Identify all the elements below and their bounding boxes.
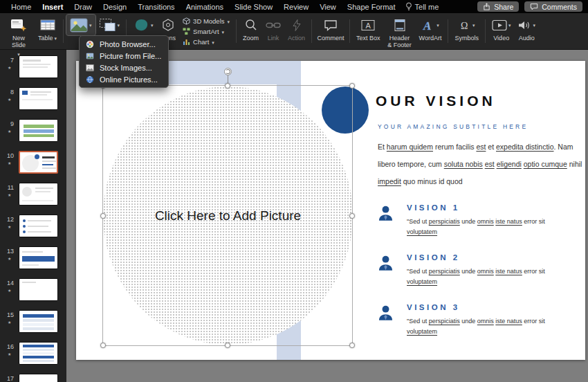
table-button[interactable]: Table: [35, 15, 60, 44]
menu-bar: Home Insert Draw Design Transitions Anim…: [0, 0, 588, 13]
header-footer-button[interactable]: Header & Footer: [384, 15, 416, 51]
new-slide-icon: [10, 18, 27, 33]
picture-file-icon: [86, 52, 94, 60]
ribbon-group-symbols: Ω Symbols: [451, 15, 482, 48]
selection-handle[interactable]: [349, 343, 355, 348]
slide-thumbnail[interactable]: [19, 119, 58, 142]
selection-handle[interactable]: [349, 83, 355, 89]
3d-models-icon: [183, 17, 190, 25]
tab-slide-show[interactable]: Slide Show: [229, 1, 278, 12]
table-label: Table: [38, 35, 53, 42]
illustrations-stack: 3D Models SmartArt Chart: [179, 15, 233, 48]
animation-star-icon: [8, 192, 11, 197]
video-button[interactable]: Video: [488, 15, 515, 44]
chevron-down-icon: [508, 21, 511, 28]
vision-heading: VISION 3: [407, 303, 564, 311]
icons-icon: [161, 18, 175, 32]
slide-title[interactable]: OUR VISION: [376, 93, 496, 109]
animation-star-icon: [8, 288, 11, 293]
3d-models-button[interactable]: 3D Models: [181, 16, 232, 26]
selection-handle[interactable]: [100, 213, 106, 219]
svg-text:A: A: [423, 19, 431, 32]
vision-heading: VISION 2: [407, 253, 564, 262]
thumbnail-row: 11: [0, 179, 66, 211]
slide-thumbnail[interactable]: [19, 87, 58, 110]
slide-thumbnail[interactable]: [19, 151, 58, 174]
tab-insert[interactable]: Insert: [37, 1, 68, 12]
photo-browser-icon: [86, 40, 94, 48]
menu-item-photo-browser[interactable]: Photo Browser...: [80, 38, 168, 50]
text-box-button[interactable]: A Text Box: [353, 15, 384, 44]
menu-item-stock-images[interactable]: Stock Images...: [80, 62, 168, 73]
audio-icon: [517, 19, 531, 31]
slide-body-text[interactable]: Et harum quidem rerum facilis est et exp…: [378, 138, 585, 190]
thumbnail-row: 12: [0, 211, 66, 243]
tab-home[interactable]: Home: [6, 1, 37, 12]
ribbon-group-links: Zoom Link Action: [239, 15, 309, 48]
action-button[interactable]: Action: [284, 15, 309, 44]
tab-draw[interactable]: Draw: [68, 1, 98, 12]
pictures-button[interactable]: [66, 15, 95, 35]
text-box-icon: A: [361, 19, 375, 31]
vision-item[interactable]: VISION 2 "Sed ut perspiciatis unde omnis…: [376, 253, 584, 286]
slide-thumbnail[interactable]: [19, 183, 58, 206]
selection-handle[interactable]: [349, 213, 355, 219]
symbols-button[interactable]: Ω Symbols: [451, 15, 482, 44]
comment-button[interactable]: Comment: [315, 15, 347, 44]
animation-star-icon: [8, 129, 11, 134]
slide-thumbnail[interactable]: [19, 310, 58, 333]
table-icon: [40, 19, 55, 32]
tab-shape-format[interactable]: Shape Format: [342, 1, 401, 12]
ribbon-divider: [63, 19, 64, 43]
menu-item-picture-from-file[interactable]: Picture from File...: [80, 50, 168, 62]
chart-button[interactable]: Chart: [181, 37, 232, 46]
tab-view[interactable]: View: [314, 1, 342, 12]
slide-thumbnail[interactable]: [19, 342, 58, 365]
zoom-button[interactable]: Zoom: [239, 15, 262, 44]
audio-button[interactable]: Audio: [514, 15, 539, 44]
comments-button[interactable]: Comments: [524, 1, 582, 12]
slide-canvas-area: Click Here to Add Picture OUR VISION YOU…: [66, 50, 588, 382]
header-footer-label: Header & Footer: [387, 35, 412, 49]
chevron-down-icon: [228, 17, 230, 25]
tab-design[interactable]: Design: [98, 1, 132, 12]
selection-handle[interactable]: [225, 343, 230, 348]
person-icon: [376, 204, 395, 223]
new-slide-button[interactable]: New Slide: [3, 15, 35, 60]
smartart-button[interactable]: SmartArt: [181, 26, 232, 36]
slide-thumbnail[interactable]: [19, 278, 58, 301]
chart-label: Chart: [193, 38, 209, 46]
share-button[interactable]: Share: [477, 1, 519, 12]
svg-text:A: A: [366, 21, 371, 29]
shapes-icon: [134, 18, 149, 33]
comments-label: Comments: [542, 3, 577, 11]
rotate-handle-icon[interactable]: [224, 68, 232, 75]
animation-star-icon: [8, 97, 11, 102]
slide-thumbnail[interactable]: [19, 215, 58, 237]
chevron-down-icon: [151, 21, 154, 28]
slide: Click Here to Add Picture OUR VISION YOU…: [76, 61, 585, 360]
smartart-label: SmartArt: [193, 28, 219, 35]
tab-review[interactable]: Review: [278, 1, 314, 12]
slide-subtitle[interactable]: YOUR AMAZING SUBTITLE HERE: [378, 123, 528, 130]
tab-transitions[interactable]: Transitions: [132, 1, 180, 12]
comments-icon: [530, 3, 538, 10]
tell-me-label: Tell me: [415, 3, 439, 11]
wordart-button[interactable]: A WordArt: [416, 15, 445, 44]
vision-item[interactable]: VISION 3 "Sed ut perspiciatis unde omnis…: [376, 303, 584, 336]
tab-animations[interactable]: Animations: [181, 1, 229, 12]
tell-me[interactable]: Tell me: [405, 2, 439, 11]
menu-item-online-pictures[interactable]: Online Pictures...: [80, 73, 168, 85]
slide-thumbnail[interactable]: [19, 374, 58, 382]
ribbon-divider: [236, 19, 237, 43]
ribbon-divider: [349, 19, 350, 43]
vision-description: "Sed ut perspiciatis unde omnis iste nat…: [407, 217, 564, 237]
vision-item[interactable]: VISION 1 "Sed ut perspiciatis unde omnis…: [376, 203, 584, 237]
link-button[interactable]: Link: [262, 15, 284, 44]
audio-label: Audio: [519, 35, 535, 42]
selection-handle[interactable]: [225, 83, 230, 89]
selection-handle[interactable]: [100, 343, 106, 348]
slide-number: 13: [3, 248, 14, 255]
screenshot-button[interactable]: [95, 15, 124, 35]
slide-thumbnail[interactable]: [19, 246, 58, 269]
